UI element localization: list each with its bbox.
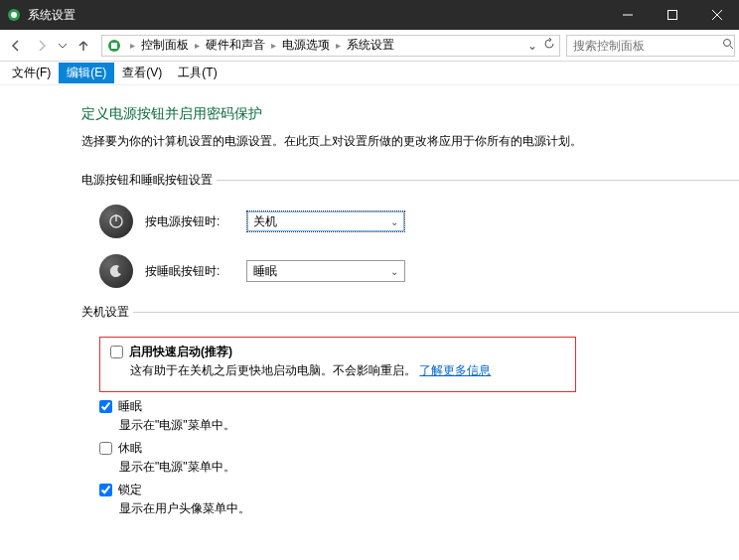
page-description: 选择要为你的计算机设置的电源设置。在此页上对设置所做的更改将应用于你所有的电源计… [81,133,739,150]
chevron-down-icon[interactable]: ⌄ [527,39,537,53]
breadcrumb-icon [106,38,122,54]
chevron-down-icon: ⌄ [390,216,398,227]
menubar: 文件(F) 编辑(E) 查看(V) 工具(T) [0,62,739,85]
menu-file[interactable]: 文件(F) [4,63,59,83]
power-icon [99,205,133,238]
fast-startup-desc: 这有助于在关机之后更快地启动电脑。不会影响重启。 了解更多信息 [130,362,565,379]
sleep-checkbox[interactable] [99,400,112,413]
content: 定义电源按钮并启用密码保护 选择要为你的计算机设置的电源设置。在此页上对设置所做… [0,85,739,517]
toolbar: ▸ 控制面板 ▸ 硬件和声音 ▸ 电源选项 ▸ 系统设置 ⌄ [0,30,739,62]
search-field[interactable] [573,39,722,53]
hibernate-option-desc: 显示在"电源"菜单中。 [119,459,739,476]
back-button[interactable] [4,34,28,58]
fast-startup-label: 启用快速启动(推荐) [129,344,232,360]
chevron-right-icon: ▸ [191,40,204,51]
breadcrumb[interactable]: ▸ 控制面板 ▸ 硬件和声音 ▸ 电源选项 ▸ 系统设置 ⌄ [101,35,560,57]
svg-point-1 [11,12,17,18]
hibernate-checkbox[interactable] [99,442,112,455]
up-button[interactable] [72,34,95,58]
svg-point-8 [724,40,731,47]
section-shutdown: 关机设置 [81,304,739,321]
recent-dropdown[interactable] [56,34,70,58]
search-icon[interactable] [722,38,734,53]
minimize-button[interactable] [605,0,650,30]
window-controls [605,0,739,30]
window-title: 系统设置 [28,7,605,24]
breadcrumb-tools: ⌄ [527,38,555,53]
power-button-label: 按电源按钮时: [145,213,234,230]
maximize-button[interactable] [650,0,694,30]
sleep-button-label: 按睡眠按钮时: [145,263,234,280]
sleep-icon [99,254,133,288]
learn-more-link[interactable]: 了解更多信息 [419,363,491,377]
menu-tools[interactable]: 工具(T) [170,63,224,83]
chevron-down-icon: ⌄ [390,266,398,277]
chevron-right-icon: ▸ [267,40,280,51]
power-button-dropdown[interactable]: 关机 ⌄ [246,210,405,232]
breadcrumb-seg-4[interactable]: 系统设置 [345,37,396,54]
menu-edit[interactable]: 编辑(E) [59,63,114,83]
svg-rect-3 [667,11,676,20]
titlebar: 系统设置 [0,0,739,30]
sleep-button-row: 按睡眠按钮时: 睡眠 ⌄ [99,254,739,288]
sleep-option-desc: 显示在"电源"菜单中。 [119,417,739,434]
chevron-right-icon: ▸ [332,40,345,51]
fast-startup-highlight: 启用快速启动(推荐) 这有助于在关机之后更快地启动电脑。不会影响重启。 了解更多… [99,337,576,392]
svg-rect-7 [111,43,117,49]
chevron-right-icon: ▸ [126,40,139,51]
lock-option-desc: 显示在用户头像菜单中。 [119,500,739,517]
close-button[interactable] [694,0,739,30]
page-heading: 定义电源按钮并启用密码保护 [81,105,739,123]
svg-line-9 [730,46,733,49]
app-icon [6,7,22,23]
power-button-row: 按电源按钮时: 关机 ⌄ [99,205,739,238]
forward-button[interactable] [30,34,54,58]
search-input[interactable] [566,35,735,57]
sleep-option-label: 睡眠 [118,398,142,415]
breadcrumb-seg-2[interactable]: 硬件和声音 [204,37,267,54]
breadcrumb-seg-1[interactable]: 控制面板 [139,37,191,54]
lock-option-label: 锁定 [118,482,142,498]
lock-checkbox[interactable] [99,484,112,496]
hibernate-option-label: 休眠 [118,440,142,457]
refresh-icon[interactable] [543,38,555,53]
fast-startup-checkbox[interactable] [110,346,123,358]
menu-view[interactable]: 查看(V) [114,63,170,83]
section-power-buttons: 电源按钮和睡眠按钮设置 [81,172,739,189]
sleep-button-dropdown[interactable]: 睡眠 ⌄ [246,260,405,282]
breadcrumb-seg-3[interactable]: 电源选项 [280,37,332,54]
